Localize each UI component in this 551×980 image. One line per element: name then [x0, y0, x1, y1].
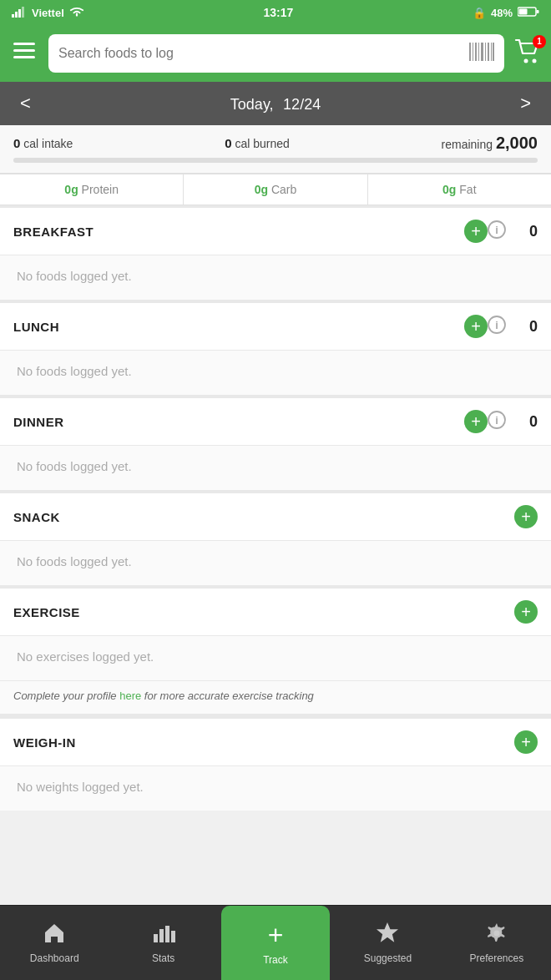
next-date-button[interactable]: >	[513, 86, 538, 121]
macro-protein: 0g Protein	[0, 174, 184, 205]
dinner-info-icon[interactable]: i	[488, 411, 506, 433]
breakfast-calories: 0	[513, 223, 538, 240]
lunch-add-button[interactable]: +	[464, 315, 488, 338]
snack-add-button[interactable]: +	[514, 505, 538, 528]
svg-rect-11	[473, 43, 473, 61]
lock-icon: 🔒	[473, 7, 486, 19]
date-nav: < Today, 12/24 >	[0, 82, 551, 125]
svg-rect-0	[12, 14, 14, 18]
breakfast-info-icon[interactable]: i	[488, 220, 506, 243]
svg-rect-16	[488, 43, 489, 61]
status-time: 13:17	[263, 6, 293, 19]
calorie-progress-bg	[13, 158, 538, 163]
svg-rect-3	[22, 7, 24, 18]
battery-icon	[518, 6, 539, 20]
svg-rect-18	[493, 43, 494, 61]
dinner-section: DINNER + i 0 No foods logged yet.	[0, 396, 551, 491]
cart-badge: 1	[533, 35, 546, 48]
exercise-empty: No exercises logged yet.	[0, 636, 551, 681]
exercise-section: EXERCISE + No exercises logged yet. Comp…	[0, 586, 551, 716]
prev-date-button[interactable]: <	[13, 86, 38, 121]
snack-empty: No foods logged yet.	[0, 541, 551, 586]
lunch-empty: No foods logged yet.	[0, 351, 551, 396]
date-title: Today, 12/24	[230, 94, 321, 114]
search-bar[interactable]	[48, 34, 504, 73]
weighin-header: WEIGH-IN +	[0, 716, 551, 766]
weighin-title: WEIGH-IN	[13, 735, 508, 750]
weighin-add-button[interactable]: +	[514, 730, 538, 754]
breakfast-add-button[interactable]: +	[464, 220, 488, 243]
dinner-header: DINNER + i 0	[0, 396, 551, 446]
svg-rect-5	[537, 10, 539, 13]
menu-button[interactable]	[10, 39, 38, 68]
lunch-title: LUNCH	[13, 320, 457, 334]
barcode-icon[interactable]	[469, 43, 494, 64]
weighin-section: WEIGH-IN + No weights logged yet.	[0, 716, 551, 811]
svg-rect-12	[475, 43, 477, 61]
status-bar: Viettel 13:17 🔒 48%	[0, 0, 551, 25]
exercise-header: EXERCISE +	[0, 586, 551, 636]
calorie-summary: 0 cal intake 0 cal burned remaining 2,00…	[0, 125, 551, 174]
svg-point-20	[533, 58, 537, 63]
lunch-calories: 0	[513, 318, 538, 336]
breakfast-empty: No foods logged yet.	[0, 255, 551, 301]
macro-fat: 0g Fat	[368, 174, 551, 205]
carrier-name: Viettel	[32, 7, 64, 19]
exercise-note: Complete your profile here for more accu…	[0, 681, 551, 716]
status-left: Viettel	[12, 6, 84, 20]
svg-rect-2	[18, 9, 21, 18]
svg-text:i: i	[495, 224, 498, 236]
svg-rect-7	[13, 43, 35, 45]
cal-intake: 0 cal intake	[13, 136, 73, 150]
snack-title: SNACK	[13, 510, 508, 524]
svg-rect-14	[481, 43, 483, 61]
cal-remaining: remaining 2,000	[442, 134, 538, 153]
svg-point-19	[524, 58, 528, 63]
lunch-header: LUNCH + i 0	[0, 301, 551, 351]
exercise-title: EXERCISE	[13, 605, 508, 619]
exercise-add-button[interactable]: +	[514, 600, 538, 624]
lunch-info-icon[interactable]: i	[488, 316, 506, 338]
exercise-profile-link[interactable]: here	[119, 690, 141, 702]
snack-section: SNACK + No foods logged yet.	[0, 491, 551, 586]
breakfast-section: BREAKFAST + i 0 No foods logged yet.	[0, 205, 551, 301]
lunch-section: LUNCH + i 0 No foods logged yet.	[0, 301, 551, 396]
dinner-empty: No foods logged yet.	[0, 446, 551, 491]
svg-rect-10	[469, 43, 471, 61]
svg-rect-13	[478, 43, 479, 61]
search-input[interactable]	[58, 46, 469, 61]
wifi-icon	[69, 6, 84, 20]
cart-button[interactable]: 1	[514, 38, 541, 69]
weighin-empty: No weights logged yet.	[0, 766, 551, 811]
svg-rect-9	[13, 56, 35, 58]
macros-row: 0g Protein 0g Carb 0g Fat	[0, 174, 551, 205]
signal-icon	[12, 6, 27, 20]
breakfast-header: BREAKFAST + i 0	[0, 205, 551, 255]
battery-percent: 48%	[491, 7, 513, 19]
svg-rect-8	[13, 49, 35, 52]
svg-text:i: i	[495, 414, 498, 427]
snack-header: SNACK +	[0, 491, 551, 541]
app-header: 1	[0, 25, 551, 82]
macro-carb: 0g Carb	[184, 174, 367, 205]
status-right: 🔒 48%	[473, 6, 539, 20]
svg-rect-1	[15, 12, 18, 18]
dinner-add-button[interactable]: +	[464, 410, 488, 433]
breakfast-title: BREAKFAST	[13, 225, 457, 239]
dinner-title: DINNER	[13, 415, 457, 429]
svg-rect-15	[485, 43, 486, 61]
cal-burned: 0 cal burned	[225, 136, 290, 150]
dinner-calories: 0	[513, 413, 538, 431]
svg-text:i: i	[495, 319, 498, 331]
svg-rect-17	[491, 43, 492, 61]
svg-rect-6	[519, 8, 528, 14]
calorie-row: 0 cal intake 0 cal burned remaining 2,00…	[13, 134, 538, 153]
